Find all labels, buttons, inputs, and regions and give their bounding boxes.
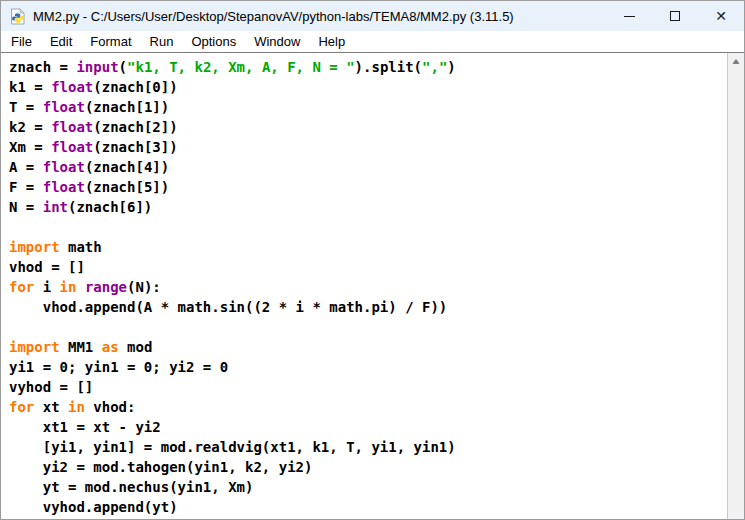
code-token: yi2 = mod.tahogen(yin1, k2, yi2) xyxy=(9,459,312,475)
code-token: A = xyxy=(9,159,43,175)
code-token: Xm = xyxy=(9,139,51,155)
code-token: float xyxy=(51,139,93,155)
scroll-up-button[interactable] xyxy=(728,53,744,70)
window-controls: ✕ xyxy=(606,1,744,31)
code-token: (znach[0]) xyxy=(93,79,177,95)
code-line: A = float(znach[4]) xyxy=(9,157,727,177)
code-line: xt1 = xt - yi2 xyxy=(9,417,727,437)
code-token: for xyxy=(9,279,34,295)
code-token: k2 = xyxy=(9,119,51,135)
editor-content: znach = input("k1, T, k2, Xm, A, F, N = … xyxy=(1,53,744,519)
vertical-scrollbar[interactable] xyxy=(727,53,744,519)
code-token: import xyxy=(9,239,60,255)
window-title: MM2.py - C:/Users/User/Desktop/StepanovA… xyxy=(33,9,514,24)
code-line: k2 = float(znach[2]) xyxy=(9,117,727,137)
close-button[interactable]: ✕ xyxy=(698,1,744,31)
code-token: float xyxy=(51,79,93,95)
code-token: for xyxy=(9,399,34,415)
code-token: (znach[6]) xyxy=(68,199,152,215)
code-token: i xyxy=(34,279,59,295)
code-token: mod xyxy=(119,339,153,355)
code-line: vhod.append(A * math.sin((2 * i * math.p… xyxy=(9,297,727,317)
code-token: (znach[3]) xyxy=(93,139,177,155)
code-line: k1 = float(znach[0]) xyxy=(9,77,727,97)
code-token: vyhod.append(yt) xyxy=(9,499,178,515)
code-token: ( xyxy=(119,59,127,75)
code-line: vyhod = [] xyxy=(9,377,727,397)
close-icon: ✕ xyxy=(715,9,727,23)
titlebar: MM2.py - C:/Users/User/Desktop/StepanovA… xyxy=(1,1,744,31)
idle-editor-window: MM2.py - C:/Users/User/Desktop/StepanovA… xyxy=(0,0,745,520)
code-token: yt = mod.nechus(yin1, Xm) xyxy=(9,479,253,495)
code-line: import MM1 as mod xyxy=(9,337,727,357)
code-token: k1 = xyxy=(9,79,51,95)
code-token: [yi1, yin1] = mod.realdvig(xt1, k1, T, y… xyxy=(9,439,456,455)
code-line: yi2 = mod.tahogen(yin1, k2, yi2) xyxy=(9,457,727,477)
code-token: range xyxy=(85,279,127,295)
code-token: "k1, T, k2, Xm, A, F, N = " xyxy=(127,59,355,75)
code-line: yt = mod.nechus(yin1, Xm) xyxy=(9,477,727,497)
code-token: input xyxy=(76,59,118,75)
code-line: T = float(znach[1]) xyxy=(9,97,727,117)
code-token: yi1 = 0; yin1 = 0; yi2 = 0 xyxy=(9,359,228,375)
code-line xyxy=(9,317,727,337)
code-line: znach = input("k1, T, k2, Xm, A, F, N = … xyxy=(9,57,727,77)
code-token: import xyxy=(9,339,60,355)
code-token: float xyxy=(43,159,85,175)
code-line: vhod = [] xyxy=(9,257,727,277)
code-token: float xyxy=(43,99,85,115)
menu-item-window[interactable]: Window xyxy=(245,32,309,51)
code-line xyxy=(9,217,727,237)
code-token: (znach[1]) xyxy=(85,99,169,115)
code-line: yi1 = 0; yin1 = 0; yi2 = 0 xyxy=(9,357,727,377)
menu-item-format[interactable]: Format xyxy=(81,32,140,51)
python-file-icon xyxy=(9,8,26,25)
menu-item-run[interactable]: Run xyxy=(141,32,183,51)
maximize-icon xyxy=(670,11,680,21)
code-token: ).split( xyxy=(355,59,422,75)
code-token: (znach[5]) xyxy=(85,179,169,195)
code-token: ) xyxy=(447,59,455,75)
code-token: vhod = [] xyxy=(9,259,85,275)
scroll-up-icon xyxy=(732,59,740,64)
code-line: [yi1, yin1] = mod.realdvig(xt1, k1, T, y… xyxy=(9,437,727,457)
menu-item-edit[interactable]: Edit xyxy=(41,32,81,51)
code-editor[interactable]: znach = input("k1, T, k2, Xm, A, F, N = … xyxy=(1,53,727,519)
maximize-button[interactable] xyxy=(652,1,698,31)
code-line: import math xyxy=(9,237,727,257)
code-token: int xyxy=(43,199,68,215)
code-token: as xyxy=(102,339,119,355)
code-line: for i in range(N): xyxy=(9,277,727,297)
code-token: xt1 = xt - yi2 xyxy=(9,419,161,435)
code-token: (znach[2]) xyxy=(93,119,177,135)
minimize-button[interactable] xyxy=(606,1,652,31)
menubar: FileEditFormatRunOptionsWindowHelp xyxy=(1,31,744,53)
code-token: vhod: xyxy=(85,399,136,415)
menu-item-file[interactable]: File xyxy=(2,32,41,51)
code-token: math xyxy=(60,239,102,255)
code-token: znach = xyxy=(9,59,76,75)
code-token: vhod.append(A * math.sin((2 * i * math.p… xyxy=(9,299,447,315)
code-line: vyhod.append(yt) xyxy=(9,497,727,517)
code-token: float xyxy=(51,119,93,135)
code-line: for xt in vhod: xyxy=(9,397,727,417)
minimize-icon xyxy=(624,16,635,17)
code-token: vyhod = [] xyxy=(9,379,93,395)
code-token: N = xyxy=(9,199,43,215)
menu-item-help[interactable]: Help xyxy=(309,32,354,51)
code-line: Xm = float(znach[3]) xyxy=(9,137,727,157)
code-token: (N): xyxy=(127,279,161,295)
code-token: F = xyxy=(9,179,43,195)
code-token: (znach[4]) xyxy=(85,159,169,175)
code-token: xt xyxy=(34,399,68,415)
code-line: F = float(znach[5]) xyxy=(9,177,727,197)
menu-item-options[interactable]: Options xyxy=(182,32,245,51)
code-line: N = int(znach[6]) xyxy=(9,197,727,217)
code-token: float xyxy=(43,179,85,195)
code-token: "," xyxy=(422,59,447,75)
code-token: in xyxy=(68,399,85,415)
code-token: in xyxy=(60,279,77,295)
code-token: MM1 xyxy=(60,339,102,355)
code-token: T = xyxy=(9,99,43,115)
code-token xyxy=(76,279,84,295)
